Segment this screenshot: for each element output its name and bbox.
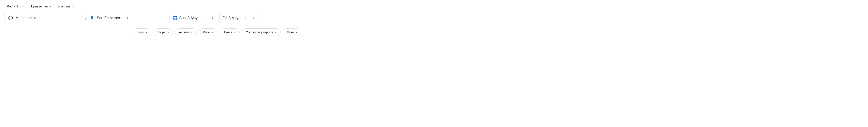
search-row: Melbourne MEL ⇄ San Francisco SFO	[0, 12, 434, 28]
filter-stops-label: Stops	[157, 31, 165, 34]
filter-price-label: Price	[203, 31, 210, 34]
swap-icon: ⇄	[85, 16, 88, 20]
date-from-next-button[interactable]	[209, 14, 216, 22]
filter-airlines-label: Airlines	[179, 31, 189, 34]
date-from-box: Sun, 3 May	[169, 12, 217, 25]
date-to-text: Fri, 8 May	[222, 16, 239, 20]
origin-city: Melbourne	[16, 16, 33, 20]
filter-price-button[interactable]: Price	[199, 29, 217, 36]
date-from-nav	[200, 14, 217, 22]
filter-times-chevron-icon	[234, 32, 236, 33]
origin-circle-icon	[8, 16, 13, 20]
cabin-chevron-icon	[72, 6, 74, 7]
cabin-label: Economy	[57, 4, 70, 8]
filter-connecting-airports-label: Connecting airports	[246, 31, 273, 34]
destination-city: San Francisco	[97, 16, 120, 20]
trip-type-label: Round trip	[7, 4, 22, 8]
date-to-nav	[241, 14, 258, 22]
swap-button[interactable]: ⇄	[82, 14, 90, 22]
passengers-label: 1 passenger	[31, 4, 48, 8]
filter-bags-chevron-icon	[146, 32, 147, 33]
filter-times-label: Times	[223, 31, 232, 34]
filter-more-chevron-icon	[296, 32, 298, 33]
filter-bags-label: Bags	[136, 31, 144, 34]
filter-more-label: More	[287, 31, 294, 34]
passengers-chevron-icon	[50, 6, 52, 7]
calendar-icon	[173, 15, 178, 20]
filters-row: BagsStopsAirlinesPriceTimesConnecting ai…	[0, 28, 434, 39]
filter-connecting-airports-chevron-icon	[275, 32, 277, 33]
date-from-text: Sun, 3 May	[179, 16, 197, 20]
cabin-dropdown[interactable]: Economy	[55, 3, 76, 9]
filter-bags-button[interactable]: Bags	[133, 29, 151, 36]
date-to-field[interactable]: Fri, 8 May	[220, 12, 241, 24]
filter-airlines-button[interactable]: Airlines	[175, 29, 197, 36]
origin-field[interactable]: Melbourne MEL	[5, 12, 86, 24]
filter-connecting-airports-button[interactable]: Connecting airports	[242, 29, 281, 36]
top-bar: Round trip 1 passenger Economy	[0, 0, 434, 12]
filter-stops-chevron-icon	[167, 32, 169, 33]
filter-times-button[interactable]: Times	[220, 29, 240, 36]
trip-type-dropdown[interactable]: Round trip	[4, 3, 27, 9]
filter-stops-button[interactable]: Stops	[153, 29, 173, 36]
origin-code: MEL	[34, 16, 41, 20]
filter-more-button[interactable]: More	[283, 29, 301, 36]
origin-dest-box: Melbourne MEL ⇄ San Francisco SFO	[4, 12, 167, 25]
passengers-dropdown[interactable]: 1 passenger	[29, 3, 54, 9]
date-to-box: Fri, 8 May	[219, 12, 258, 25]
date-from-prev-button[interactable]	[201, 14, 209, 22]
date-to-next-button[interactable]	[250, 14, 257, 22]
trip-type-chevron-icon	[23, 6, 25, 7]
destination-pin-icon	[90, 15, 94, 21]
date-to-prev-button[interactable]	[242, 14, 249, 22]
filter-airlines-chevron-icon	[191, 32, 193, 33]
destination-code: SFO	[121, 16, 128, 20]
filter-price-chevron-icon	[212, 32, 214, 33]
destination-field[interactable]: San Francisco SFO	[86, 12, 167, 24]
date-from-field[interactable]: Sun, 3 May	[170, 12, 200, 24]
